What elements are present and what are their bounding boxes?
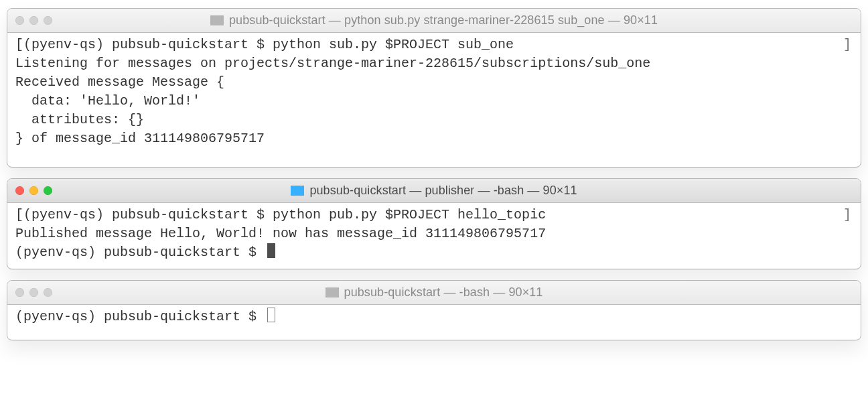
terminal-text: attributes: {} [15,112,144,127]
terminal-line: attributes: {} [15,111,853,129]
window-title-area: pubsub-quickstart — publisher — -bash — … [7,184,861,198]
window-controls [15,281,52,304]
terminal-text: (pyenv-qs) pubsub-quickstart $ [15,309,265,324]
titlebar[interactable]: pubsub-quickstart — python sub.py strang… [7,9,861,33]
terminal-line: Listening for messages on projects/stran… [15,54,853,73]
folder-icon [210,15,224,25]
minimize-button[interactable] [29,16,38,25]
window-title: pubsub-quickstart — python sub.py strang… [229,13,658,27]
close-button[interactable] [15,16,24,25]
terminal-line: [(pyenv-qs) pubsub-quickstart $ python p… [15,206,853,224]
terminal-window: pubsub-quickstart — -bash — 90×11(pyenv-… [7,280,861,340]
close-button[interactable] [15,288,24,297]
minimize-button[interactable] [29,288,38,297]
terminal-text: data: 'Hello, World!' [15,93,200,109]
titlebar[interactable]: pubsub-quickstart — -bash — 90×11 [7,281,861,305]
terminal-body[interactable]: [(pyenv-qs) pubsub-quickstart $ python s… [7,33,861,167]
folder-icon [291,186,304,196]
folder-icon [326,287,339,298]
zoom-button[interactable] [44,186,52,195]
window-title-area: pubsub-quickstart — python sub.py strang… [7,13,861,27]
terminal-line: } of message_id 311149806795717 [15,129,853,148]
terminal-text: Listening for messages on projects/stran… [15,56,650,71]
window-title: pubsub-quickstart — -bash — 90×11 [344,285,543,300]
terminal-line: (pyenv-qs) pubsub-quickstart $ [15,243,853,262]
window-controls [15,179,52,202]
close-button[interactable] [15,186,24,195]
zoom-button[interactable] [44,288,52,297]
terminal-line: Published message Hello, World! now has … [15,224,853,243]
window-controls [15,9,52,32]
terminal-line: [(pyenv-qs) pubsub-quickstart $ python s… [15,36,853,54]
terminal-text: Received message Message { [15,74,224,90]
terminal-window: pubsub-quickstart — publisher — -bash — … [7,178,861,269]
terminal-window: pubsub-quickstart — python sub.py strang… [7,8,861,168]
terminal-text: (pyenv-qs) pubsub-quickstart $ [15,245,265,260]
terminal-line: (pyenv-qs) pubsub-quickstart $ [15,308,853,326]
cursor-icon [267,308,275,322]
terminal-text: [(pyenv-qs) pubsub-quickstart $ python p… [15,207,546,222]
terminal-line: data: 'Hello, World!' [15,92,853,111]
zoom-button[interactable] [44,16,52,25]
terminal-body[interactable]: (pyenv-qs) pubsub-quickstart $ [7,305,861,340]
terminal-text: Published message Hello, World! now has … [15,226,546,241]
terminal-text: } of message_id 311149806795717 [15,131,265,146]
titlebar[interactable]: pubsub-quickstart — publisher — -bash — … [7,179,861,203]
terminal-text: [(pyenv-qs) pubsub-quickstart $ python s… [15,37,514,52]
cursor-icon [267,243,275,258]
terminal-body[interactable]: [(pyenv-qs) pubsub-quickstart $ python p… [7,203,861,269]
window-title-area: pubsub-quickstart — -bash — 90×11 [7,285,861,300]
minimize-button[interactable] [29,186,38,195]
window-title: pubsub-quickstart — publisher — -bash — … [309,184,577,198]
terminal-line: Received message Message { [15,73,853,92]
